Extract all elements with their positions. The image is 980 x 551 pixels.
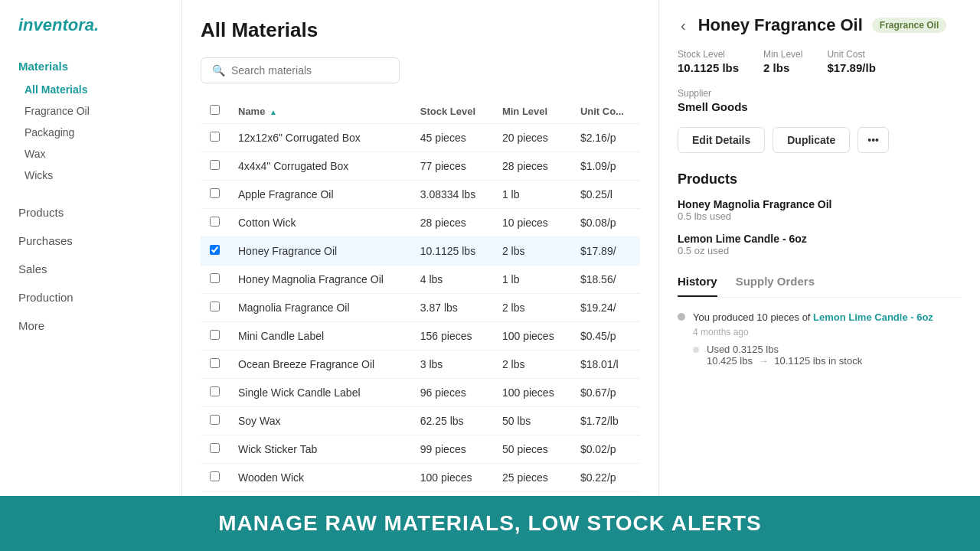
product-sub-0: 0.5 lbs used (678, 210, 962, 222)
table-row[interactable]: Single Wick Candle Label 96 pieces 100 p… (201, 379, 640, 407)
row-stock-2: 3.08334 lbs (411, 181, 493, 209)
table-row[interactable]: 12x12x6" Corrugated Box 45 pieces 20 pie… (201, 124, 640, 152)
search-bar[interactable]: 🔍 (201, 57, 400, 83)
history-dot (678, 313, 685, 321)
col-stock: Stock Level (411, 99, 493, 124)
table-row[interactable]: Magnolia Fragrance Oil 3.87 lbs 2 lbs $1… (201, 294, 640, 322)
row-min-12: 25 pieces (493, 464, 571, 492)
col-name: Name ▲ (229, 99, 411, 124)
back-button[interactable]: ‹ (678, 17, 689, 34)
table-row[interactable]: Honey Magnolia Fragrance Oil 4 lbs 1 lb … (201, 266, 640, 294)
row-min-0: 20 pieces (493, 124, 571, 152)
tabs-bar: History Supply Orders (678, 275, 962, 298)
product-sub-1: 0.5 oz used (678, 245, 962, 256)
history-sub: Used 0.3125 lbs 10.425 lbs → 10.1125 lbs… (693, 344, 933, 367)
row-min-10: 50 lbs (493, 407, 571, 435)
row-checkbox-6[interactable] (210, 302, 220, 311)
table-row[interactable]: Wick Sticker Tab 99 pieces 50 pieces $0.… (201, 435, 640, 464)
row-min-1: 28 pieces (493, 152, 571, 181)
row-stock-10: 62.25 lbs (411, 407, 493, 435)
row-checkbox-11[interactable] (210, 443, 220, 453)
category-badge: Fragrance Oil (872, 18, 946, 33)
row-min-8: 2 lbs (493, 350, 571, 379)
row-min-4: 2 lbs (493, 237, 571, 266)
stock-value: 10.1125 lbs (678, 61, 739, 74)
row-unit-12: $0.22/p (571, 464, 640, 492)
row-unit-1: $1.09/p (571, 152, 640, 181)
unit-value: $17.89/lb (827, 61, 875, 74)
logo-text: inventora. (18, 15, 99, 34)
history-sub-dot (693, 347, 699, 353)
stock-stat: Stock Level 10.1125 lbs (678, 49, 739, 74)
tab-history[interactable]: History (678, 275, 717, 297)
detail-title: Honey Fragrance Oil (698, 15, 863, 35)
tab-supply-orders[interactable]: Supply Orders (736, 275, 815, 297)
detail-stats: Stock Level 10.1125 lbs Min Level 2 lbs … (678, 49, 962, 74)
row-checkbox-2[interactable] (210, 188, 220, 198)
sidebar-item-fragrance-oil[interactable]: Fragrance Oil (0, 100, 181, 122)
row-checkbox-10[interactable] (210, 415, 220, 425)
sidebar-item-materials[interactable]: Materials (0, 54, 181, 79)
min-value: 2 lbs (763, 61, 802, 74)
table-row[interactable]: 4x4x4" Corrugated Box 77 pieces 28 piece… (201, 152, 640, 181)
sidebar-item-purchases[interactable]: Purchases (0, 227, 181, 255)
history-from: 10.425 lbs (707, 355, 753, 367)
row-min-9: 100 pieces (493, 379, 571, 407)
sidebar-item-wax[interactable]: Wax (0, 143, 181, 165)
supplier-name: Smell Goods (678, 100, 962, 113)
unit-stat: Unit Cost $17.89/lb (827, 49, 875, 74)
page-title: All Materials (201, 18, 640, 42)
stock-label: Stock Level (678, 49, 739, 60)
row-checkbox-3[interactable] (210, 217, 220, 227)
row-min-6: 2 lbs (493, 294, 571, 322)
row-unit-0: $2.16/p (571, 124, 640, 152)
row-min-5: 1 lb (493, 266, 571, 294)
row-checkbox-4[interactable] (210, 245, 220, 255)
sidebar-item-sales[interactable]: Sales (0, 255, 181, 283)
edit-details-button[interactable]: Edit Details (678, 127, 765, 153)
search-input[interactable] (231, 64, 388, 77)
duplicate-button[interactable]: Duplicate (773, 127, 850, 153)
row-unit-6: $19.24/ (571, 294, 640, 322)
table-row[interactable]: Wooden Wick 100 pieces 25 pieces $0.22/p (201, 464, 640, 492)
row-checkbox-5[interactable] (210, 273, 220, 283)
sidebar-item-more[interactable]: More (0, 311, 181, 340)
col-min: Min Level (493, 99, 571, 124)
table-row[interactable]: Ocean Breeze Fragrance Oil 3 lbs 2 lbs $… (201, 350, 640, 379)
more-options-button[interactable]: ••• (858, 127, 889, 153)
row-name-0: 12x12x6" Corrugated Box (229, 124, 411, 152)
row-min-7: 100 pieces (493, 322, 571, 350)
unit-label: Unit Cost (827, 49, 875, 60)
row-unit-11: $0.02/p (571, 435, 640, 464)
row-checkbox-7[interactable] (210, 330, 220, 340)
history-link[interactable]: Lemon Lime Candle - 6oz (813, 311, 933, 323)
row-checkbox-8[interactable] (210, 358, 220, 368)
history-sub-text: Used 0.3125 lbs 10.425 lbs → 10.1125 lbs… (707, 344, 862, 367)
table-row[interactable]: Mini Candle Label 156 pieces 100 pieces … (201, 322, 640, 350)
table-row[interactable]: Cotton Wick 28 pieces 10 pieces $0.08/p (201, 209, 640, 237)
sidebar-item-packaging[interactable]: Packaging (0, 122, 181, 143)
sidebar-item-production[interactable]: Production (0, 283, 181, 311)
table-row[interactable]: Soy Wax 62.25 lbs 50 lbs $1.72/lb (201, 407, 640, 435)
select-all-checkbox[interactable] (210, 105, 220, 115)
sidebar-item-wicks[interactable]: Wicks (0, 165, 181, 186)
history-sub-transition: 10.425 lbs → 10.1125 lbs in stock (707, 355, 862, 367)
banner-text: MANAGE RAW MATERIALS, LOW STOCK ALERTS (218, 511, 761, 536)
row-unit-7: $0.45/p (571, 322, 640, 350)
row-checkbox-1[interactable] (210, 160, 220, 170)
bottom-banner: MANAGE RAW MATERIALS, LOW STOCK ALERTS (0, 496, 980, 551)
row-checkbox-12[interactable] (210, 471, 220, 481)
sidebar-item-all-materials[interactable]: All Materials (0, 79, 181, 100)
product-name-0: Honey Magnolia Fragrance Oil (678, 198, 962, 210)
table-row[interactable]: Honey Fragrance Oil 10.1125 lbs 2 lbs $1… (201, 237, 640, 266)
table-row[interactable]: Apple Fragrance Oil 3.08334 lbs 1 lb $0.… (201, 181, 640, 209)
product-item-1: Lemon Lime Candle - 6oz 0.5 oz used (678, 233, 962, 256)
row-checkbox-0[interactable] (210, 132, 220, 142)
products-section-title: Products (678, 171, 962, 187)
sidebar-item-products[interactable]: Products (0, 198, 181, 227)
row-stock-12: 100 pieces (411, 464, 493, 492)
sort-arrow: ▲ (270, 108, 277, 116)
row-checkbox-9[interactable] (210, 386, 220, 396)
action-buttons: Edit Details Duplicate ••• (678, 127, 962, 153)
history-to: 10.1125 lbs in stock (774, 355, 862, 367)
